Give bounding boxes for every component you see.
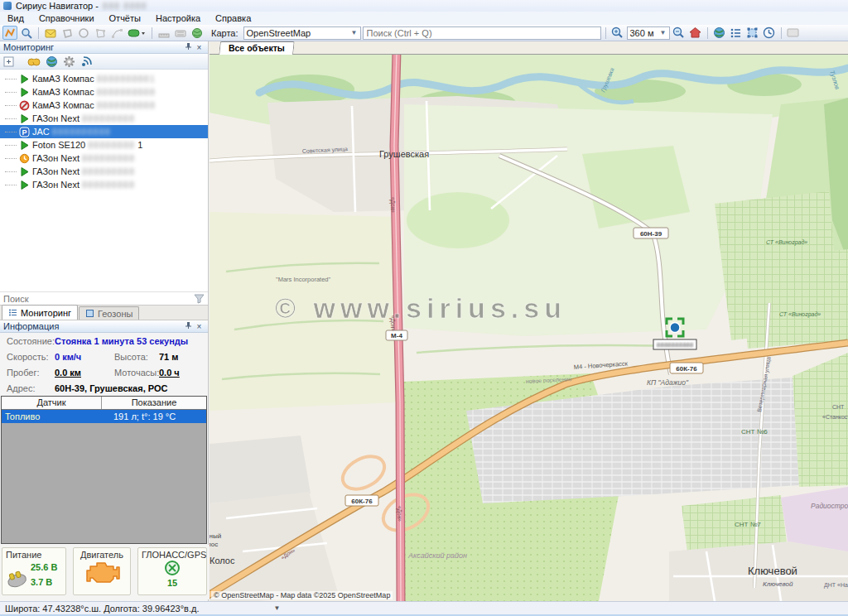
svg-text:60К-76: 60К-76 — [351, 498, 373, 505]
list-icon — [730, 26, 742, 39]
minimap-icon — [787, 26, 799, 39]
track-color-button[interactable] — [126, 26, 147, 40]
map-search-input[interactable] — [363, 26, 601, 40]
map-scale-combo[interactable]: 360 м ▼ — [627, 26, 670, 40]
close-icon[interactable]: × — [194, 43, 205, 52]
zoom-in-button[interactable] — [610, 26, 625, 40]
layers-button[interactable] — [190, 26, 205, 40]
state-label: Состояние: — [7, 336, 55, 346]
info-panel-header: Информация × — [0, 320, 208, 333]
expand-all-button[interactable] — [3, 56, 14, 67]
engine-title: Двигатель — [77, 550, 127, 560]
tree-row-vehicle[interactable]: ГАЗон Next 888888888 — [0, 112, 208, 125]
history-button[interactable] — [762, 26, 777, 40]
address-value: 60Н-39, Грушевская, РОС — [55, 383, 167, 393]
mileage-value[interactable]: 0.0 км — [55, 368, 81, 378]
power-voltage-backup: 3.7 В — [31, 577, 62, 587]
tree-row-vehicle[interactable]: КамАЗ Компас 8888888888 — [0, 99, 208, 112]
gear-button[interactable] — [63, 55, 75, 68]
zoom-out-button[interactable] — [672, 26, 687, 40]
tree-row-vehicle[interactable]: Foton SE120 88888888 1 — [0, 138, 208, 152]
search-map-button[interactable] — [19, 26, 34, 40]
menu-otchety[interactable]: Отчёты — [102, 12, 148, 25]
menu-nastroyka[interactable]: Настройка — [148, 12, 208, 25]
map-provider-value: OpenStreetMap — [247, 28, 311, 38]
info-panel-title: Информация — [3, 321, 183, 331]
state-value: Стоянка 1 минута 53 секунды — [55, 336, 188, 346]
tree-search-input[interactable] — [3, 294, 194, 304]
binoculars-button[interactable] — [27, 55, 41, 67]
left-panel: Мониторинг × КамАЗ Компас 8888888881 — [0, 41, 209, 601]
telemetry-button[interactable] — [80, 55, 93, 68]
ruler-button[interactable] — [157, 26, 171, 40]
value-col-header: Показание — [102, 397, 206, 409]
hours-value[interactable]: 0.0 ч — [159, 368, 180, 378]
geozone-edit-icon — [111, 27, 123, 39]
tree-row-vehicle[interactable]: ГАЗон Next 888888888 — [0, 165, 208, 178]
window-title: Сириус Навигатор - — [16, 0, 99, 12]
close-icon[interactable]: × — [194, 322, 205, 331]
main-toolbar: Карта: OpenStreetMap ▼ 360 м ▼ — [0, 25, 848, 41]
gauges-bar: Питание 25.6 В 3.7 В Двигатель ГЛОНАСС/G… — [0, 545, 209, 599]
tree-row-vehicle[interactable]: ГАЗон Next 888888888 — [0, 178, 208, 191]
altitude-value: 71 м — [159, 352, 178, 362]
svg-text:СНТ №6: СНТ №6 — [741, 428, 768, 436]
geozone-circle-button[interactable] — [76, 26, 91, 40]
geozone-polygon-button[interactable] — [93, 26, 108, 40]
map-provider-combo[interactable]: OpenStreetMap ▼ — [243, 26, 361, 40]
chevron-down-icon[interactable]: ▼ — [273, 604, 280, 612]
svg-text:60Н-39: 60Н-39 — [640, 230, 662, 238]
svg-text:«Дон»: «Дон» — [396, 506, 402, 522]
menu-spravka[interactable]: Справка — [208, 12, 258, 25]
tree-row-vehicle[interactable]: КамАЗ Компас 8888888888 — [0, 85, 208, 99]
track-tool-button[interactable] — [2, 26, 17, 40]
pin-icon[interactable] — [183, 321, 194, 331]
menu-spravochniki[interactable]: Справочники — [31, 12, 102, 25]
keyboard-button[interactable] — [173, 26, 188, 40]
tab-geozones[interactable]: Геозоны — [79, 306, 139, 320]
status-moving-icon — [19, 74, 30, 84]
svg-text:СНТ: СНТ — [832, 404, 845, 410]
tree-row-vehicle-selected[interactable]: P JAC 8888888888 — [0, 125, 208, 138]
geozone-add-button[interactable] — [60, 26, 75, 40]
svg-text:«Станкост: «Станкост — [822, 414, 848, 420]
svg-text:60К-76: 60К-76 — [676, 365, 697, 373]
status-moving-icon — [19, 180, 30, 190]
geozone-edit-button[interactable] — [109, 26, 124, 40]
chevron-down-icon: ▼ — [348, 29, 358, 36]
sensor-row-fuel[interactable]: Топливо 191 л; t°: 19 °C — [2, 410, 206, 423]
tree-row-vehicle[interactable]: КамАЗ Компас 8888888881 — [0, 72, 208, 85]
minimap-button[interactable] — [786, 26, 801, 40]
status-idle-icon — [19, 153, 30, 164]
zoom-in-icon — [611, 26, 624, 39]
monitoring-panel-title: Мониторинг — [3, 42, 183, 52]
map-area: Все объекты — [210, 41, 848, 601]
info-body: Состояние: Стоянка 1 минута 53 секунды С… — [0, 333, 208, 396]
tab-monitoring[interactable]: Мониторинг — [2, 305, 78, 320]
globe-button[interactable] — [712, 26, 727, 40]
tree-toolbar — [0, 54, 208, 70]
svg-text:СТ «Виноград»: СТ «Виноград» — [779, 311, 821, 318]
pin-icon[interactable] — [183, 42, 194, 52]
gps-gauge: ГЛОНАСС/GPS 15 — [137, 547, 207, 595]
chevron-down-icon: ▼ — [657, 29, 667, 36]
color-pill-icon — [128, 28, 146, 38]
svg-text:P: P — [22, 128, 26, 137]
svg-text:СНТ №7: СНТ №7 — [735, 521, 761, 528]
hours-label: Моточасы: — [114, 368, 159, 378]
svg-text:Колос: Колос — [210, 541, 218, 548]
tree-row-vehicle[interactable]: ГАЗон Next 888888888 — [0, 152, 208, 165]
messages-button[interactable] — [43, 26, 58, 40]
object-list-button[interactable] — [729, 26, 744, 40]
map-canvas[interactable]: © www.sirius.su М-4 60Н-39 60К-76 60К-76… — [210, 55, 848, 601]
zone-view-button[interactable] — [745, 26, 760, 40]
clock-icon — [763, 26, 775, 39]
track-icon — [4, 27, 16, 39]
map-combo-label: Карта: — [211, 28, 238, 38]
home-button[interactable] — [688, 26, 703, 40]
menu-vid[interactable]: Вид — [0, 12, 31, 25]
engine-icon — [84, 560, 120, 585]
tab-all-objects[interactable]: Все объекты — [219, 41, 294, 55]
globe-small-button[interactable] — [46, 55, 58, 68]
filter-icon[interactable] — [194, 294, 205, 304]
